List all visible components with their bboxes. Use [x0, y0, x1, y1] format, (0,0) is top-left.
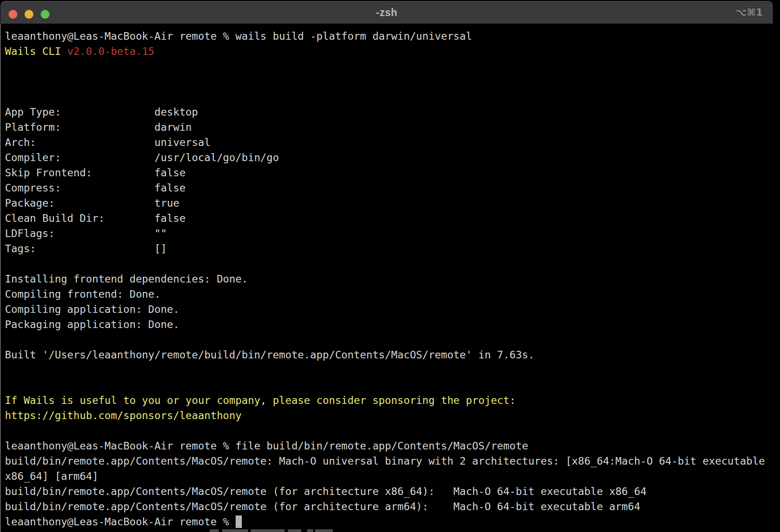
tab-shortcut-badge: ⌥⌘1 [736, 1, 763, 24]
terminal-text-segment: Compress: false [5, 182, 186, 194]
window-titlebar[interactable]: -zsh ⌥⌘1 [0, 1, 773, 24]
terminal-line: Skip Frontend: false [5, 165, 780, 180]
terminal-window: -zsh ⌥⌘1 leaanthony@Leas-MacBook-Air rem… [0, 0, 780, 532]
cutoff-fragment [307, 529, 313, 532]
terminal-text-segment: leaanthony@Leas-MacBook-Air remote % wai… [5, 30, 472, 42]
terminal-line: Wails CLI v2.0.0-beta.15 [5, 44, 780, 59]
terminal-text-segment: v2.0.0-beta.15 [67, 45, 154, 57]
terminal-text-segment: Arch: universal [5, 136, 211, 148]
terminal-line: Platform: darwin [5, 120, 780, 135]
cutoff-fragment [315, 529, 333, 532]
cutoff-text-fragments [0, 529, 780, 532]
terminal-output[interactable]: leaanthony@Leas-MacBook-Air remote % wai… [0, 24, 780, 532]
terminal-line [5, 256, 780, 271]
terminal-text-segment: Platform: darwin [5, 121, 192, 133]
terminal-line: build/bin/remote.app/Contents/MacOS/remo… [5, 499, 780, 514]
terminal-line: Package: true [5, 195, 780, 211]
terminal-text-segment: Installing frontend dependencies: Done. [5, 273, 248, 285]
terminal-line [5, 378, 780, 393]
terminal-line: Tags: [] [5, 241, 780, 256]
terminal-line: Compiling application: Done. [5, 302, 780, 317]
terminal-line [5, 362, 780, 378]
cutoff-fragment [288, 529, 301, 532]
terminal-text-segment: App Type: desktop [5, 106, 198, 118]
terminal-text-segment: build/bin/remote.app/Contents/MacOS/remo… [5, 500, 640, 512]
terminal-line: LDFlags: "" [5, 226, 780, 241]
terminal-text-segment: https://github.com/sponsors/leaanthony [5, 409, 241, 421]
terminal-cursor [236, 515, 242, 528]
cutoff-fragment [222, 529, 248, 532]
terminal-text-segment: Wails CLI [5, 45, 67, 57]
terminal-line: build/bin/remote.app/Contents/MacOS/remo… [5, 453, 780, 469]
cutoff-fragment [210, 529, 219, 532]
terminal-text-segment: leaanthony@Leas-MacBook-Air remote % [5, 515, 236, 528]
terminal-line: Installing frontend dependencies: Done. [5, 271, 780, 287]
terminal-line: leaanthony@Leas-MacBook-Air remote % fil… [5, 438, 780, 453]
terminal-line: Built '/Users/leaanthony/remote/build/bi… [5, 347, 780, 362]
terminal-line: leaanthony@Leas-MacBook-Air remote % wai… [5, 29, 780, 44]
terminal-line: Clean Build Dir: false [5, 211, 780, 226]
terminal-line [5, 59, 780, 74]
terminal-text-segment: Skip Frontend: false [5, 166, 186, 179]
terminal-line: App Type: desktop [5, 104, 780, 120]
terminal-line: leaanthony@Leas-MacBook-Air remote % [5, 514, 780, 529]
terminal-line [5, 74, 780, 89]
terminal-text-segment: If Wails is useful to you or your compan… [5, 394, 516, 406]
terminal-line: x86_64] [arm64] [5, 469, 780, 484]
terminal-text-segment: build/bin/remote.app/Contents/MacOS/remo… [5, 485, 647, 497]
terminal-text-segment: LDFlags: "" [5, 227, 167, 239]
terminal-line: Arch: universal [5, 135, 780, 150]
window-title: -zsh [0, 1, 773, 24]
terminal-text-segment: Compiling application: Done. [5, 303, 179, 315]
terminal-line: Compress: false [5, 180, 780, 195]
terminal-text-segment: leaanthony@Leas-MacBook-Air remote % fil… [5, 440, 528, 452]
terminal-line: Compiler: /usr/local/go/bin/go [5, 150, 780, 165]
terminal-line [5, 423, 780, 438]
terminal-line: If Wails is useful to you or your compan… [5, 393, 780, 408]
terminal-line [5, 332, 780, 347]
terminal-line: Packaging application: Done. [5, 317, 780, 332]
terminal-text-segment: Clean Build Dir: false [5, 212, 186, 224]
terminal-text-segment: Built '/Users/leaanthony/remote/build/bi… [5, 349, 535, 361]
terminal-text-segment: Compiling frontend: Done. [5, 288, 161, 300]
terminal-text-segment: Package: true [5, 197, 179, 209]
terminal-text-segment: build/bin/remote.app/Contents/MacOS/remo… [5, 455, 765, 467]
terminal-text-segment: Packaging application: Done. [5, 318, 179, 330]
terminal-line: Compiling frontend: Done. [5, 287, 780, 302]
terminal-line: https://github.com/sponsors/leaanthony [5, 408, 780, 423]
terminal-text-segment: x86_64] [arm64] [5, 470, 98, 482]
terminal-text-segment: Compiler: /usr/local/go/bin/go [5, 151, 279, 163]
terminal-line: build/bin/remote.app/Contents/MacOS/remo… [5, 484, 780, 499]
terminal-line [5, 89, 780, 104]
terminal-text-segment: Tags: [] [5, 242, 167, 254]
cutoff-fragment [251, 529, 285, 532]
